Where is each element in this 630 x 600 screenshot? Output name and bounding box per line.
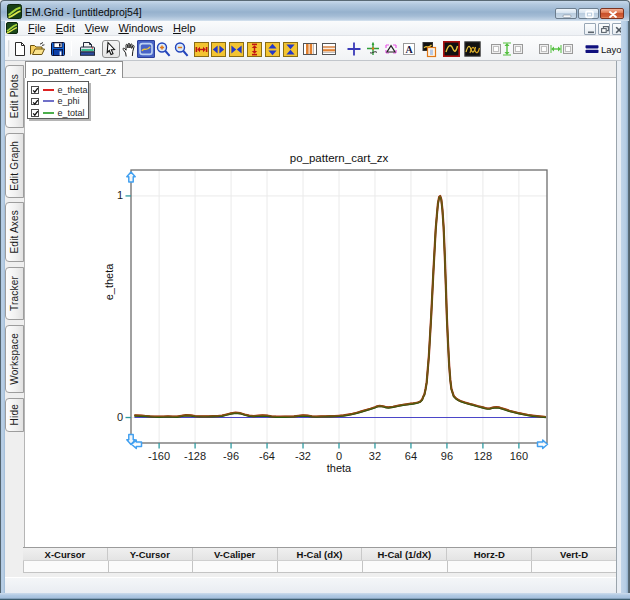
sidebar-tab-workspace[interactable]: Workspace xyxy=(5,325,24,393)
window-minimize-button[interactable] xyxy=(555,8,577,19)
document-tab-bar: po_pattern_cart_zx xyxy=(24,61,616,78)
window-close-button[interactable] xyxy=(600,8,624,19)
sidebar-tab-edit-axes[interactable]: Edit Axes xyxy=(5,202,24,262)
v-arrows-in-icon xyxy=(283,42,298,57)
copy-plot-button[interactable] xyxy=(420,40,438,58)
plot-style-single-button[interactable] xyxy=(442,40,460,58)
sidebar-tab-hide[interactable]: Hide xyxy=(5,398,24,432)
h-arrows-out-icon xyxy=(211,42,226,57)
menu-edit[interactable]: Edit xyxy=(51,21,80,35)
horizontal-spacing-button[interactable] xyxy=(538,40,574,58)
close-icon xyxy=(601,9,625,20)
caliper-col-y-cursor: Y-Cursor xyxy=(108,548,193,560)
toolbar-gripper[interactable] xyxy=(8,40,10,57)
caliper-col-v-caliper: V-Caliper xyxy=(193,548,278,560)
document-tab[interactable]: po_pattern_cart_zx xyxy=(25,61,123,78)
pointer-select-button[interactable] xyxy=(102,40,120,58)
menu-windows[interactable]: Windows xyxy=(113,21,168,35)
maximize-icon xyxy=(579,9,600,20)
minimize-icon xyxy=(556,9,578,20)
window-border-left xyxy=(0,21,5,593)
h-narrow-button[interactable] xyxy=(228,40,246,58)
legend-checkbox-e-phi[interactable] xyxy=(31,98,39,106)
plot-style-single-icon xyxy=(443,41,460,57)
svg-text:160: 160 xyxy=(510,450,528,462)
row-table-button[interactable] xyxy=(320,40,338,58)
pan-hand-button[interactable] xyxy=(121,40,139,58)
crosshair-icon xyxy=(346,41,362,57)
column-table-button[interactable] xyxy=(301,40,319,58)
new-file-button[interactable] xyxy=(11,40,29,58)
zoom-out-button[interactable] xyxy=(173,40,191,58)
legend-row: e_total xyxy=(31,107,88,119)
legend-label-e-total: e_total xyxy=(58,108,85,118)
check-icon xyxy=(32,110,39,117)
mdi-restore-button[interactable] xyxy=(598,23,610,35)
sidebar-tab-edit-graph[interactable]: Edit Graph xyxy=(5,133,24,198)
caliper-table: X-Cursor Y-Cursor V-Caliper H-Cal (dX) H… xyxy=(23,547,616,573)
caliper-value-cell xyxy=(277,561,363,573)
legend-swatch-e-phi xyxy=(43,100,54,102)
svg-text:-96: -96 xyxy=(223,450,239,462)
menu-view[interactable]: View xyxy=(80,21,114,35)
axes-tool-icon xyxy=(365,41,381,57)
triangle-marker-icon xyxy=(383,41,399,57)
menu-help[interactable]: Help xyxy=(168,21,201,35)
toolbar-separator xyxy=(71,41,72,56)
v-expand-button[interactable] xyxy=(246,40,264,58)
svg-text:-160: -160 xyxy=(148,450,170,462)
window-border-right xyxy=(621,21,630,593)
svg-text:0: 0 xyxy=(336,450,342,462)
caliper-col-horz-d: Horz-D xyxy=(447,548,532,560)
legend-checkbox-e-theta[interactable] xyxy=(31,86,39,94)
open-file-button[interactable] xyxy=(28,40,46,58)
title-bar: EM.Grid - [untitledproj54] xyxy=(0,0,630,21)
axis-handle-right[interactable] xyxy=(538,440,548,448)
caliper-value-cell xyxy=(447,561,533,573)
check-icon xyxy=(32,99,39,106)
legend-checkbox-e-total[interactable] xyxy=(31,109,39,117)
sidebar-tab-edit-plots[interactable]: Edit Plots xyxy=(5,65,24,128)
svg-text:32: 32 xyxy=(369,450,381,462)
h-widen-button[interactable] xyxy=(210,40,228,58)
vertical-spacing-button[interactable] xyxy=(489,40,525,58)
sidebar-tab-tracker[interactable]: Tracker xyxy=(5,267,24,320)
legend-label-e-theta: e_theta xyxy=(58,85,88,95)
svg-text:1: 1 xyxy=(117,189,123,201)
zoom-out-icon xyxy=(173,41,190,58)
svg-text:e_theta: e_theta xyxy=(103,263,115,301)
svg-text:-32: -32 xyxy=(295,450,311,462)
v-expand-red-arrow-icon xyxy=(247,42,262,57)
zoom-region-button[interactable] xyxy=(137,40,155,58)
chart[interactable]: -160-128-96-64-32032649612816001po_patte… xyxy=(25,78,617,547)
caliper-value-row xyxy=(23,561,616,573)
layout-button-label[interactable]: Layout xyxy=(601,44,621,55)
v-narrow-button[interactable] xyxy=(282,40,300,58)
open-file-icon xyxy=(29,41,46,57)
plot-style-multi-button[interactable] xyxy=(463,40,481,58)
v-widen-button[interactable] xyxy=(264,40,282,58)
toolbar: A Layout xyxy=(1,36,621,61)
h-expand-button[interactable] xyxy=(192,40,210,58)
document-icon xyxy=(6,22,18,34)
save-file-button[interactable] xyxy=(49,40,67,58)
caliper-value-cell xyxy=(108,561,194,573)
mdi-minimize-button[interactable] xyxy=(584,23,596,35)
layout-button[interactable] xyxy=(585,40,599,58)
menu-file[interactable]: File xyxy=(23,21,51,35)
horizontal-spacing-icon xyxy=(538,41,574,57)
window-maximize-button[interactable] xyxy=(578,8,599,19)
axis-handle-up[interactable] xyxy=(127,172,135,182)
window-border-bottom xyxy=(0,593,630,600)
axes-tool-button[interactable] xyxy=(364,40,382,58)
svg-text:-128: -128 xyxy=(184,450,206,462)
text-annotation-icon: A xyxy=(401,41,417,57)
mdi-minimize-icon xyxy=(585,24,597,36)
plot-page: -160-128-96-64-32032649612816001po_patte… xyxy=(24,78,616,547)
svg-text:64: 64 xyxy=(405,450,417,462)
print-button[interactable] xyxy=(79,40,97,58)
zoom-in-button[interactable] xyxy=(154,40,172,58)
triangle-marker-button[interactable] xyxy=(382,40,400,58)
crosshair-button[interactable] xyxy=(345,40,363,58)
text-annotation-button[interactable]: A xyxy=(400,40,418,58)
